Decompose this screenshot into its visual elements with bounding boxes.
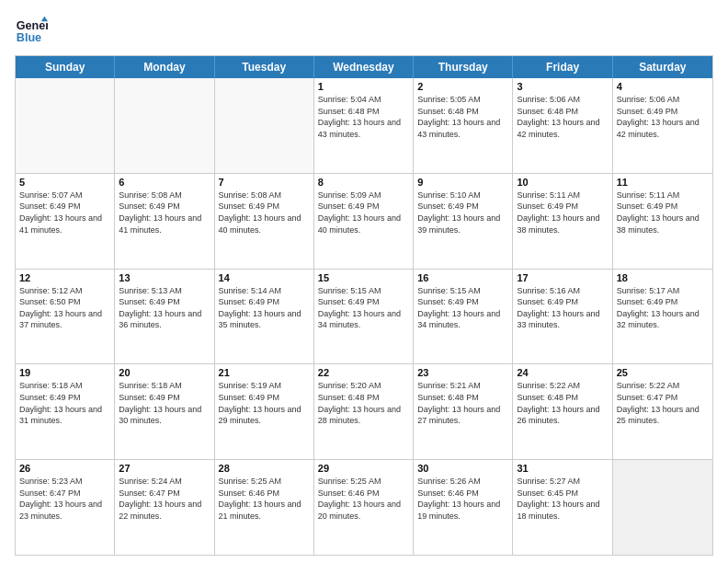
calendar-cell: 9Sunrise: 5:10 AMSunset: 6:49 PMDaylight…: [414, 174, 513, 269]
calendar-cell: [16, 78, 115, 173]
logo: General Blue: [15, 15, 51, 48]
calendar-cell: 29Sunrise: 5:25 AMSunset: 6:46 PMDayligh…: [314, 460, 414, 555]
day-number: 30: [417, 463, 508, 474]
day-number: 1: [318, 81, 409, 92]
calendar-row: 1Sunrise: 5:04 AMSunset: 6:48 PMDaylight…: [16, 78, 712, 173]
day-info: Sunrise: 5:18 AMSunset: 6:49 PMDaylight:…: [119, 380, 210, 426]
calendar-cell: 6Sunrise: 5:08 AMSunset: 6:49 PMDaylight…: [115, 174, 214, 269]
day-number: 12: [19, 272, 110, 283]
day-info: Sunrise: 5:20 AMSunset: 6:48 PMDaylight:…: [318, 380, 409, 426]
day-info: Sunrise: 5:15 AMSunset: 6:49 PMDaylight:…: [318, 285, 409, 331]
calendar-cell: 24Sunrise: 5:22 AMSunset: 6:48 PMDayligh…: [513, 364, 612, 459]
calendar-cell: 16Sunrise: 5:15 AMSunset: 6:49 PMDayligh…: [414, 270, 513, 364]
calendar-cell: 15Sunrise: 5:15 AMSunset: 6:49 PMDayligh…: [314, 270, 414, 364]
calendar: SundayMondayTuesdayWednesdayThursdayFrid…: [15, 55, 713, 556]
day-header-monday: Monday: [115, 56, 214, 78]
day-header-sunday: Sunday: [16, 56, 115, 78]
day-info: Sunrise: 5:18 AMSunset: 6:49 PMDaylight:…: [19, 380, 110, 426]
day-info: Sunrise: 5:04 AMSunset: 6:48 PMDaylight:…: [318, 94, 409, 140]
day-number: 23: [417, 367, 508, 378]
day-number: 21: [219, 367, 310, 378]
day-number: 2: [417, 81, 508, 92]
day-info: Sunrise: 5:19 AMSunset: 6:49 PMDaylight:…: [219, 380, 310, 426]
calendar-cell: 4Sunrise: 5:06 AMSunset: 6:49 PMDaylight…: [613, 78, 712, 173]
day-header-tuesday: Tuesday: [215, 56, 314, 78]
day-number: 8: [318, 177, 409, 188]
day-info: Sunrise: 5:15 AMSunset: 6:49 PMDaylight:…: [417, 285, 508, 331]
calendar-cell: 10Sunrise: 5:11 AMSunset: 6:49 PMDayligh…: [513, 174, 612, 269]
calendar-body: 1Sunrise: 5:04 AMSunset: 6:48 PMDaylight…: [16, 78, 712, 555]
day-header-friday: Friday: [513, 56, 612, 78]
day-number: 26: [19, 463, 110, 474]
calendar-cell: [215, 78, 314, 173]
day-info: Sunrise: 5:22 AMSunset: 6:48 PMDaylight:…: [517, 380, 608, 426]
day-header-wednesday: Wednesday: [314, 56, 414, 78]
calendar-row: 5Sunrise: 5:07 AMSunset: 6:49 PMDaylight…: [16, 173, 712, 269]
day-number: 22: [318, 367, 409, 378]
day-header-saturday: Saturday: [613, 56, 712, 78]
calendar-cell: 30Sunrise: 5:26 AMSunset: 6:46 PMDayligh…: [414, 460, 513, 555]
day-info: Sunrise: 5:21 AMSunset: 6:48 PMDaylight:…: [417, 380, 508, 426]
calendar-cell: 3Sunrise: 5:06 AMSunset: 6:48 PMDaylight…: [513, 78, 612, 173]
day-info: Sunrise: 5:05 AMSunset: 6:48 PMDaylight:…: [417, 94, 508, 140]
day-number: 28: [219, 463, 310, 474]
day-number: 11: [617, 177, 709, 188]
day-info: Sunrise: 5:08 AMSunset: 6:49 PMDaylight:…: [119, 190, 210, 236]
calendar-cell: 21Sunrise: 5:19 AMSunset: 6:49 PMDayligh…: [215, 364, 314, 459]
day-info: Sunrise: 5:13 AMSunset: 6:49 PMDaylight:…: [119, 285, 210, 331]
calendar-cell: 22Sunrise: 5:20 AMSunset: 6:48 PMDayligh…: [314, 364, 414, 459]
calendar-cell: 1Sunrise: 5:04 AMSunset: 6:48 PMDaylight…: [314, 78, 414, 173]
day-info: Sunrise: 5:26 AMSunset: 6:46 PMDaylight:…: [417, 476, 508, 522]
calendar-row: 26Sunrise: 5:23 AMSunset: 6:47 PMDayligh…: [16, 459, 712, 555]
day-number: 31: [517, 463, 608, 474]
calendar-header: SundayMondayTuesdayWednesdayThursdayFrid…: [16, 56, 712, 78]
day-number: 27: [119, 463, 210, 474]
calendar-cell: 27Sunrise: 5:24 AMSunset: 6:47 PMDayligh…: [115, 460, 214, 555]
calendar-cell: 5Sunrise: 5:07 AMSunset: 6:49 PMDaylight…: [16, 174, 115, 269]
calendar-cell: 19Sunrise: 5:18 AMSunset: 6:49 PMDayligh…: [16, 364, 115, 459]
day-number: 19: [19, 367, 110, 378]
page-header: General Blue: [15, 15, 713, 48]
day-info: Sunrise: 5:24 AMSunset: 6:47 PMDaylight:…: [119, 476, 210, 522]
calendar-cell: 18Sunrise: 5:17 AMSunset: 6:49 PMDayligh…: [613, 270, 712, 364]
day-info: Sunrise: 5:16 AMSunset: 6:49 PMDaylight:…: [517, 285, 608, 331]
calendar-cell: 7Sunrise: 5:08 AMSunset: 6:49 PMDaylight…: [215, 174, 314, 269]
logo-icon: General Blue: [15, 15, 48, 48]
calendar-cell: 14Sunrise: 5:14 AMSunset: 6:49 PMDayligh…: [215, 270, 314, 364]
day-number: 18: [617, 272, 709, 283]
day-number: 7: [219, 177, 310, 188]
day-number: 6: [119, 177, 210, 188]
calendar-cell: 20Sunrise: 5:18 AMSunset: 6:49 PMDayligh…: [115, 364, 214, 459]
calendar-cell: 23Sunrise: 5:21 AMSunset: 6:48 PMDayligh…: [414, 364, 513, 459]
day-info: Sunrise: 5:25 AMSunset: 6:46 PMDaylight:…: [219, 476, 310, 522]
day-info: Sunrise: 5:06 AMSunset: 6:49 PMDaylight:…: [617, 94, 709, 140]
day-number: 17: [517, 272, 608, 283]
day-number: 25: [617, 367, 709, 378]
calendar-cell: 12Sunrise: 5:12 AMSunset: 6:50 PMDayligh…: [16, 270, 115, 364]
calendar-cell: 28Sunrise: 5:25 AMSunset: 6:46 PMDayligh…: [215, 460, 314, 555]
day-number: 3: [517, 81, 608, 92]
day-header-thursday: Thursday: [414, 56, 513, 78]
calendar-cell: [613, 460, 712, 555]
day-info: Sunrise: 5:10 AMSunset: 6:49 PMDaylight:…: [417, 190, 508, 236]
day-number: 9: [417, 177, 508, 188]
day-number: 15: [318, 272, 409, 283]
day-number: 14: [219, 272, 310, 283]
calendar-cell: 25Sunrise: 5:22 AMSunset: 6:47 PMDayligh…: [613, 364, 712, 459]
day-info: Sunrise: 5:22 AMSunset: 6:47 PMDaylight:…: [617, 380, 709, 426]
day-number: 10: [517, 177, 608, 188]
day-number: 13: [119, 272, 210, 283]
calendar-row: 19Sunrise: 5:18 AMSunset: 6:49 PMDayligh…: [16, 363, 712, 459]
calendar-cell: 2Sunrise: 5:05 AMSunset: 6:48 PMDaylight…: [414, 78, 513, 173]
day-number: 20: [119, 367, 210, 378]
day-number: 4: [617, 81, 709, 92]
day-info: Sunrise: 5:07 AMSunset: 6:49 PMDaylight:…: [19, 190, 110, 236]
day-info: Sunrise: 5:11 AMSunset: 6:49 PMDaylight:…: [617, 190, 709, 236]
calendar-cell: 26Sunrise: 5:23 AMSunset: 6:47 PMDayligh…: [16, 460, 115, 555]
day-info: Sunrise: 5:11 AMSunset: 6:49 PMDaylight:…: [517, 190, 608, 236]
calendar-cell: [115, 78, 214, 173]
day-info: Sunrise: 5:12 AMSunset: 6:50 PMDaylight:…: [19, 285, 110, 331]
calendar-row: 12Sunrise: 5:12 AMSunset: 6:50 PMDayligh…: [16, 269, 712, 364]
day-number: 29: [318, 463, 409, 474]
day-info: Sunrise: 5:08 AMSunset: 6:49 PMDaylight:…: [219, 190, 310, 236]
